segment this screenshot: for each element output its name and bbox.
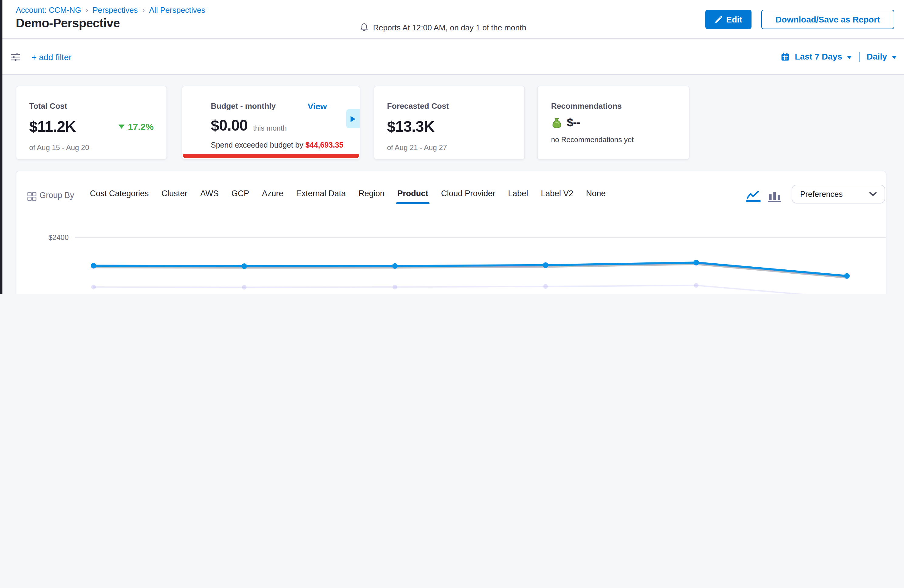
breadcrumb: Account: CCM-NG›Perspectives›All Perspec… (16, 5, 205, 14)
breadcrumb-separator: › (142, 5, 145, 14)
total-cost-delta: 17.2% (119, 122, 154, 132)
granularity-selector[interactable]: Daily (867, 52, 887, 62)
breadcrumb-separator: › (85, 5, 88, 14)
edit-label: Edit (726, 14, 743, 24)
collapsed-sidebar-edge[interactable] (0, 0, 2, 294)
reports-schedule: Reports At 12:00 AM, on day 1 of the mon… (360, 22, 526, 32)
download-save-report-button[interactable]: Download/Save as Report (761, 10, 894, 29)
forecasted-cost-value: $13.3K (387, 118, 512, 136)
page-title: Demo-Perspective (16, 16, 120, 30)
money-bag-icon (551, 117, 563, 128)
chevron-down-icon (892, 55, 897, 58)
breadcrumb-link[interactable]: Account: CCM-NG (16, 5, 81, 14)
budget-exceeded-amount: $44,693.35 (305, 141, 343, 149)
page-header: Account: CCM-NG›Perspectives›All Perspec… (2, 0, 904, 39)
cost-trend-chart[interactable] (16, 171, 887, 294)
date-range-selector[interactable]: Last 7 Days (795, 52, 842, 62)
bell-icon (360, 22, 369, 32)
add-filter-button[interactable]: + add filter (32, 52, 72, 62)
triangle-down-icon (119, 125, 125, 129)
forecasted-cost-label: Forecasted Cost (387, 101, 512, 111)
budget-value-caption: this month (253, 124, 287, 133)
chevron-right-icon (351, 116, 356, 122)
forecasted-cost-period: of Aug 21 - Aug 27 (387, 143, 512, 152)
filter-sliders-icon[interactable] (10, 52, 21, 62)
budget-label: Budget - monthly (211, 101, 276, 111)
budget-exceeded-text: Spend exceeded budget by $44,693.35 (211, 141, 347, 149)
budget-value: $0.00 (211, 117, 248, 134)
breadcrumb-link[interactable]: All Perspectives (149, 5, 205, 14)
edit-button[interactable]: Edit (705, 10, 752, 29)
reports-text: Reports At 12:00 AM, on day 1 of the mon… (373, 23, 526, 32)
perspective-panel: Group By Cost CategoriesClusterAWSGCPAzu… (16, 171, 887, 294)
total-cost-value: $11.2K (29, 118, 76, 136)
chevron-down-icon (847, 55, 852, 58)
total-cost-label: Total Cost (29, 101, 154, 111)
breadcrumb-link[interactable]: Perspectives (93, 5, 138, 14)
download-label: Download/Save as Report (776, 14, 880, 24)
calendar-icon (781, 52, 790, 61)
divider: | (858, 51, 861, 63)
budget-overspend-bar (183, 154, 359, 158)
time-range-controls: Last 7 Days | Daily (781, 51, 897, 63)
recommendations-card: Recommendations $-- no Recommendations y… (537, 85, 689, 160)
recommendations-value: $-- (567, 116, 580, 130)
forecasted-cost-card: Forecasted Cost $13.3K of Aug 21 - Aug 2… (374, 85, 525, 160)
budget-expand-button[interactable] (346, 109, 360, 128)
budget-view-link[interactable]: View (308, 101, 327, 111)
pencil-icon (715, 16, 723, 24)
recommendations-empty-text: no Recommendations yet (551, 136, 676, 144)
y-axis-tick: $2400 (20, 233, 69, 242)
filter-bar: + add filter Last 7 Days | Daily (2, 40, 904, 75)
recommendations-label: Recommendations (551, 101, 676, 111)
app-viewport: Account: CCM-NG›Perspectives›All Perspec… (0, 0, 904, 294)
total-cost-period: of Aug 15 - Aug 20 (29, 143, 154, 152)
budget-card: Budget - monthly View $0.00 this month S… (182, 85, 360, 160)
total-cost-card: Total Cost $11.2K 17.2% of Aug 15 - Aug … (16, 85, 167, 160)
